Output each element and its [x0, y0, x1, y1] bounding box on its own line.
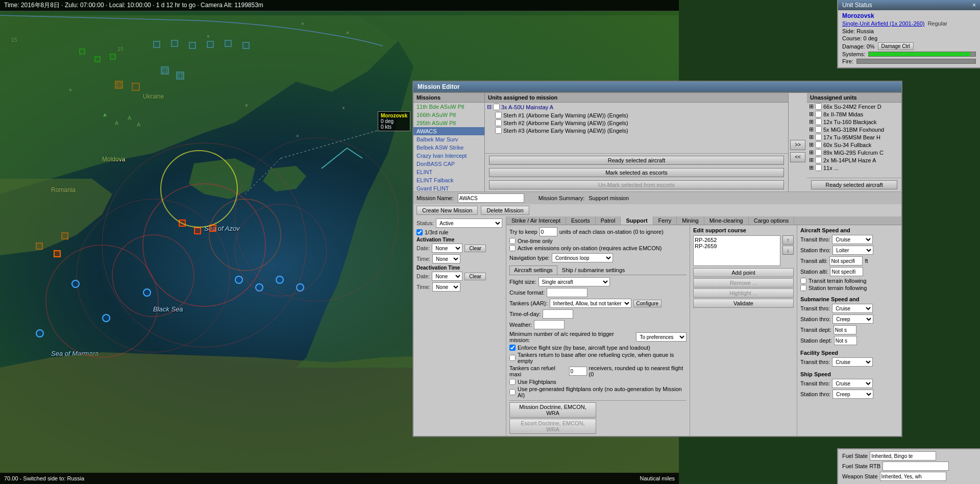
air-unit[interactable]: A — [115, 120, 118, 126]
unassigned-checkbox[interactable] — [815, 164, 822, 171]
use-pregenerated-checkbox[interactable] — [509, 389, 516, 395]
station-thro-select[interactable]: Loiter Cruise — [832, 246, 873, 255]
transit-terrain-checkbox[interactable] — [800, 278, 806, 284]
unit-marker[interactable] — [171, 40, 178, 47]
ship-transit-select[interactable]: Cruise — [832, 379, 873, 388]
air-unit[interactable]: ▲ — [102, 111, 108, 117]
add-point-btn[interactable]: Add point — [693, 268, 794, 277]
sub-station-depth-input[interactable] — [834, 336, 857, 345]
tab-patrol[interactable]: Patrol — [596, 216, 621, 225]
mission-item[interactable]: Balbek Mar Surv — [413, 135, 484, 143]
naval-unit[interactable] — [296, 283, 304, 292]
enemy-unit[interactable] — [36, 243, 43, 250]
validate-btn[interactable]: Validate — [693, 299, 794, 308]
unit-marker[interactable] — [79, 49, 85, 55]
escort-doctrine-btn[interactable]: Escort Doctrine, EMCON, WRA — [509, 419, 596, 434]
enforce-flight-checkbox[interactable] — [509, 345, 516, 351]
transfer-right-btn[interactable]: >> — [790, 140, 805, 150]
course-point-2[interactable]: RP-2659 — [695, 243, 779, 249]
course-up-btn[interactable]: ↑ — [782, 235, 794, 245]
unassigned-checkbox[interactable] — [815, 134, 822, 140]
highlight-btn[interactable]: Highlight ... — [693, 288, 794, 298]
unmark-escorts-btn[interactable]: Un-Mark selected from escorts — [489, 180, 784, 189]
group-checkbox[interactable] — [493, 104, 500, 110]
transfer-left-btn[interactable]: << — [790, 152, 805, 162]
unassigned-list[interactable]: ⊞66x Su-24M2 Fencer D ⊞8x II-78M Midas ⊞… — [807, 103, 901, 178]
transit-alt-input[interactable] — [829, 256, 863, 265]
units-assigned-list[interactable]: ⊟ 3x A-50U Mainstay A Sterh #1 (Airborne… — [485, 103, 788, 153]
ready-selected-bottom[interactable]: Ready selected aircraft — [811, 180, 897, 189]
sub-transit-select[interactable]: Cruise — [832, 304, 873, 313]
status-select[interactable]: Active Inactive — [436, 219, 502, 228]
naval-unit[interactable] — [36, 329, 44, 337]
fuel-state-input[interactable] — [870, 451, 936, 461]
naval-unit[interactable] — [235, 276, 243, 284]
unit-status-close[interactable]: × — [972, 2, 976, 9]
unassigned-checkbox[interactable] — [815, 149, 822, 156]
act-time-select[interactable]: None — [432, 254, 460, 263]
unit-marker[interactable] — [242, 42, 250, 49]
tab-strike[interactable]: Strike / Air Intercept — [506, 216, 566, 225]
unit-marker[interactable] — [110, 54, 116, 60]
cruise-format-input[interactable] — [547, 288, 587, 297]
damage-ctrl-btn[interactable]: Damage Ctrl — [878, 42, 914, 50]
nav-type-select[interactable]: Continous loop One-time — [552, 253, 613, 262]
mission-item[interactable]: 11th Bde ASuW Ptl — [413, 103, 484, 111]
weather-input[interactable] — [534, 320, 565, 329]
weapon-state-input[interactable] — [880, 472, 946, 481]
enemy-unit[interactable] — [194, 227, 201, 234]
onethird-checkbox[interactable] — [416, 229, 423, 235]
enemy-group[interactable] — [115, 81, 123, 89]
unit-group[interactable] — [161, 66, 169, 75]
configure-btn[interactable]: Configure — [633, 300, 662, 307]
mission-name-input[interactable] — [458, 193, 524, 203]
try-keep-input[interactable] — [540, 227, 557, 236]
unit-marker[interactable] — [189, 42, 196, 49]
naval-unit[interactable] — [71, 280, 80, 288]
unit-checkbox[interactable] — [495, 112, 502, 118]
enemy-unit[interactable] — [54, 250, 61, 257]
facility-transit-select[interactable]: Cruise — [832, 357, 873, 367]
unit-checkbox[interactable] — [495, 119, 502, 126]
mission-item[interactable]: Crazy Ivan Intercept — [413, 152, 484, 160]
ship-sub-settings-tab[interactable]: Ship / submarine settings — [557, 265, 630, 275]
air-unit[interactable]: A — [137, 122, 140, 128]
naval-unit[interactable] — [276, 276, 284, 284]
clear-activation-btn[interactable]: Clear — [464, 245, 486, 252]
naval-unit[interactable] — [102, 314, 110, 322]
enemy-unit[interactable] — [61, 232, 68, 239]
tab-mining[interactable]: Mining — [677, 216, 704, 225]
unit-group[interactable] — [176, 71, 184, 80]
unit-checkbox[interactable] — [495, 127, 502, 134]
clear-deactivation-btn[interactable]: Clear — [464, 273, 486, 280]
tankers-refuel-input[interactable] — [569, 367, 587, 376]
tab-escorts[interactable]: Escorts — [566, 216, 596, 225]
mark-escorts-btn[interactable]: Mark selected as escorts — [489, 168, 784, 177]
unassigned-checkbox[interactable] — [815, 118, 822, 125]
unit-type-link[interactable]: Single-Unit Airfield (1x 2001-260) — [842, 20, 924, 27]
mission-item[interactable]: Gvard FLINT — [413, 184, 484, 191]
min-ac-select[interactable]: To preferences — [636, 332, 687, 342]
ready-selected-top[interactable]: Ready selected aircraft — [489, 156, 784, 165]
course-down-btn[interactable]: ↓ — [782, 246, 794, 255]
use-flightplans-checkbox[interactable] — [509, 379, 516, 385]
mission-item[interactable]: ELINT — [413, 168, 484, 176]
deact-time-select[interactable]: None — [432, 282, 460, 292]
delete-mission-btn[interactable]: Delete Mission — [481, 206, 529, 215]
missions-list[interactable]: 11th Bde ASuW Ptl 166th ASuW Ptl 295th A… — [413, 103, 484, 191]
tab-ferry[interactable]: Ferry — [653, 216, 677, 225]
unit-marker[interactable] — [225, 40, 232, 47]
station-alt-input[interactable] — [830, 267, 863, 276]
enemy-group[interactable] — [132, 83, 140, 91]
mission-item[interactable]: 166th ASuW Ptl — [413, 111, 484, 119]
tankers-select[interactable]: Inherited, Allow, but not tankers refuel… — [550, 299, 631, 308]
one-time-checkbox[interactable] — [509, 238, 516, 244]
aircraft-settings-tab[interactable]: Aircraft settings — [509, 265, 557, 275]
course-point-1[interactable]: RP-2652 — [695, 237, 779, 243]
create-mission-btn[interactable]: Create New Mission — [416, 206, 478, 215]
course-points-list[interactable]: RP-2652 RP-2659 — [693, 235, 780, 266]
unassigned-checkbox[interactable] — [815, 141, 822, 148]
mission-item[interactable]: ELINT Falback — [413, 176, 484, 184]
naval-unit[interactable] — [143, 288, 151, 297]
naval-unit[interactable] — [255, 283, 263, 292]
